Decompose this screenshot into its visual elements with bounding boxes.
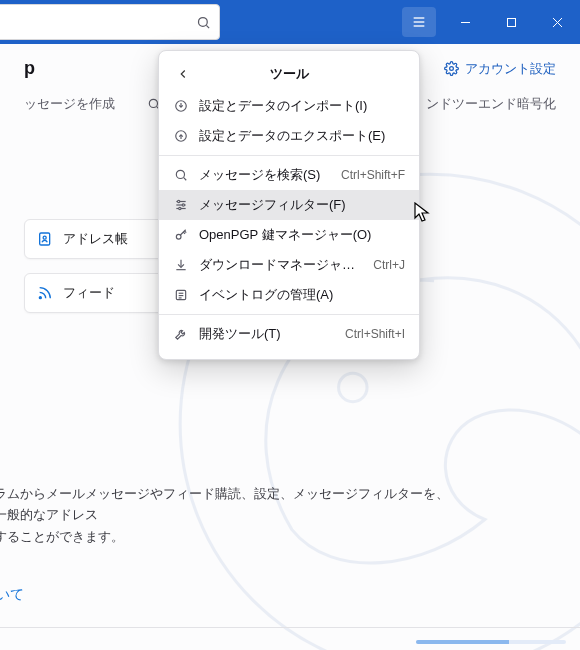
svg-line-1 — [206, 25, 209, 28]
status-bar-divider — [0, 627, 580, 628]
about-link-fragment[interactable]: いて — [0, 586, 24, 604]
menu-item-key[interactable]: OpenPGP 鍵マネージャー(O) — [159, 220, 419, 250]
menu-item-label: メッセージフィルター(F) — [199, 196, 405, 214]
e2e-action[interactable]: ンドツーエンド暗号化 — [426, 95, 556, 113]
svg-point-16 — [39, 297, 41, 299]
svg-point-0 — [199, 17, 208, 26]
app-menu-button[interactable] — [402, 7, 436, 37]
log-icon — [173, 288, 189, 302]
menu-item-accelerator: Ctrl+Shift+I — [345, 327, 405, 341]
key-icon — [173, 228, 189, 242]
menu-item-accelerator: Ctrl+Shift+F — [341, 168, 405, 182]
svg-point-15 — [43, 236, 46, 239]
menu-item-download[interactable]: ダウンロードマネージャー(D)Ctrl+J — [159, 250, 419, 280]
svg-point-10 — [339, 373, 367, 401]
search-icon — [196, 15, 211, 30]
status-progress — [416, 640, 566, 644]
svg-rect-6 — [507, 18, 515, 26]
svg-point-11 — [450, 67, 454, 71]
search-icon — [173, 168, 189, 182]
filter-icon — [173, 198, 189, 212]
download-icon — [173, 258, 189, 272]
svg-point-27 — [176, 234, 181, 239]
import-icon — [173, 99, 189, 113]
menu-item-import[interactable]: 設定とデータのインポート(I) — [159, 91, 419, 121]
svg-line-20 — [184, 178, 187, 181]
menu-item-label: メッセージを検索(S) — [199, 166, 331, 184]
account-settings-label: アカウント設定 — [465, 60, 556, 78]
menu-item-label: 設定とデータのインポート(I) — [199, 97, 405, 115]
window-close-button[interactable] — [534, 0, 580, 44]
svg-point-26 — [179, 207, 181, 209]
gear-icon — [444, 61, 459, 76]
compose-label-fragment: ッセージを作成 — [24, 95, 115, 113]
svg-point-19 — [176, 170, 184, 178]
addressbook-icon — [37, 231, 53, 247]
addressbook-card[interactable]: アドレス帳 — [24, 219, 172, 259]
menu-item-label: 設定とデータのエクスポート(E) — [199, 127, 405, 145]
addressbook-label: アドレス帳 — [63, 230, 128, 248]
svg-point-22 — [178, 200, 180, 202]
menu-item-log[interactable]: イベントログの管理(A) — [159, 280, 419, 310]
menu-item-label: イベントログの管理(A) — [199, 286, 405, 304]
menu-title: ツール — [270, 65, 309, 83]
feed-icon — [37, 285, 53, 301]
e2e-label-fragment: ンドツーエンド暗号化 — [426, 95, 556, 113]
menu-item-label: OpenPGP 鍵マネージャー(O) — [199, 226, 405, 244]
menu-item-export[interactable]: 設定とデータのエクスポート(E) — [159, 121, 419, 151]
menu-item-filter[interactable]: メッセージフィルター(F) — [159, 190, 419, 220]
menu-item-label: 開発ツール(T) — [199, 325, 335, 343]
import-description: ラムからメールメッセージやフィード購読、設定、メッセージフィルターを、一般的なア… — [0, 484, 580, 548]
menu-item-label: ダウンロードマネージャー(D) — [199, 256, 363, 274]
window-minimize-button[interactable] — [442, 0, 488, 44]
svg-point-12 — [149, 99, 157, 107]
search-field[interactable] — [0, 4, 220, 40]
account-settings-link[interactable]: アカウント設定 — [444, 60, 556, 78]
menu-separator — [159, 155, 419, 156]
wrench-icon — [173, 327, 189, 341]
menu-item-accelerator: Ctrl+J — [373, 258, 405, 272]
export-icon — [173, 129, 189, 143]
account-name-fragment: p — [24, 58, 35, 79]
feed-card[interactable]: フィード — [24, 273, 172, 313]
svg-point-24 — [182, 204, 184, 206]
menu-item-search[interactable]: メッセージを検索(S)Ctrl+Shift+F — [159, 160, 419, 190]
feed-label: フィード — [63, 284, 115, 302]
menu-item-wrench[interactable]: 開発ツール(T)Ctrl+Shift+I — [159, 319, 419, 349]
tools-menu: ツール 設定とデータのインポート(I)設定とデータのエクスポート(E)メッセージ… — [158, 50, 420, 360]
menu-separator — [159, 314, 419, 315]
search-input[interactable] — [0, 14, 196, 31]
menu-back-button[interactable] — [169, 57, 197, 91]
compose-action[interactable]: ッセージを作成 — [24, 95, 115, 113]
window-maximize-button[interactable] — [488, 0, 534, 44]
